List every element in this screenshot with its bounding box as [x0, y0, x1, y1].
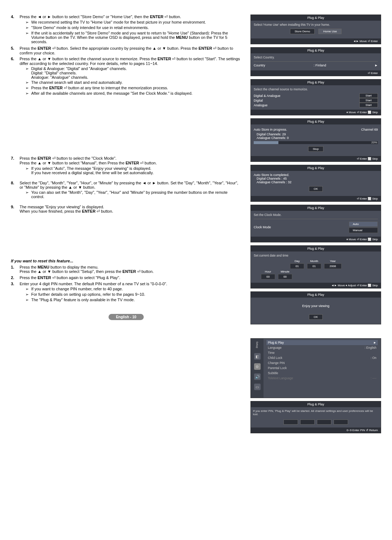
- osd-screen-pin: Plug & Play If you enter PIN, 'Plug & Pl…: [250, 401, 381, 433]
- setup-item-parental-lock[interactable]: Parental Lock: [266, 365, 378, 371]
- step-5: 5. Press the ENTER ⏎ button. Select the …: [11, 46, 241, 55]
- bullet: The "Plug & Play" feature is only availa…: [31, 298, 135, 302]
- minute-field[interactable]: 00: [278, 274, 292, 279]
- setup-item-subtitle[interactable]: Subtitle: [266, 371, 378, 376]
- bullet: After all the available channels are sto…: [31, 91, 192, 96]
- enjoy-message: Enjoy your viewing: [254, 300, 378, 312]
- setup-item-language[interactable]: Language: English: [266, 345, 378, 350]
- bullet: If you select "Auto", The message "Enjoy…: [31, 166, 154, 175]
- osd-screen-channel-source: Plug & Play Select the channel source to…: [250, 79, 381, 115]
- reset-step-1: 1. Press the MENU button to display the …: [11, 265, 241, 274]
- input-icon[interactable]: ▭: [254, 384, 261, 390]
- clock-manual-option[interactable]: Manual: [349, 228, 378, 233]
- clock-auto-option[interactable]: Auto: [349, 221, 378, 227]
- setup-item-plug-play[interactable]: Plug & Play►: [266, 340, 378, 345]
- bullet: "Store Demo" mode is only intended for u…: [31, 25, 149, 30]
- country-value[interactable]: Finland: [315, 64, 326, 67]
- osd-footer: ◄► Move ⏎ Enter: [251, 38, 381, 44]
- setup-item-child-lock[interactable]: Child Lock: On: [266, 355, 378, 360]
- bullet: If the unit is accidentally set to "Stor…: [31, 31, 241, 44]
- pin-digit-3[interactable]: [317, 420, 331, 425]
- text: button.: [169, 15, 181, 19]
- osd-screen-enjoy: Plug & Play Enjoy your viewing OK: [250, 291, 381, 324]
- home-use-button[interactable]: Home Use: [318, 29, 342, 34]
- osd-screen-auto-store-progress: Plug & Play Auto Store in progress.Chann…: [250, 118, 381, 162]
- setup-item-teletext: Teletext Language: ----: [266, 376, 378, 381]
- year-field[interactable]: 2008: [324, 263, 342, 269]
- osd-screen-country: Plug & Play Select Country. Country : Fi…: [250, 47, 381, 76]
- stop-button[interactable]: Stop: [308, 146, 323, 152]
- store-demo-button[interactable]: Store Demo: [290, 29, 315, 34]
- month-field[interactable]: 01: [307, 263, 321, 269]
- reset-step-2: 2. Press the ENTER ⏎ button again to sel…: [11, 275, 241, 280]
- channel-indicator: Channel 69: [361, 128, 378, 131]
- osd-screen-setup-menu: Setup ◧ ⚙ 🔊 ▭ Plug & Play► Language: Eng…: [250, 338, 381, 398]
- bullet: You can also set the "Month", "Day", "Ye…: [31, 190, 241, 199]
- setup-icon[interactable]: ⚙: [254, 363, 261, 370]
- bullet: For further details on setting up option…: [31, 292, 145, 297]
- start-button[interactable]: Start: [359, 93, 378, 98]
- step-8: 8. Select the "Day", "Month", "Year", "H…: [11, 181, 241, 200]
- page-number: English - 10: [109, 314, 143, 320]
- setup-item-change-pin[interactable]: Change PIN: [266, 360, 378, 365]
- progress-bar: 20%: [254, 141, 378, 144]
- pin-digit-1[interactable]: [283, 420, 298, 425]
- osd-screen-clock-mode: Plug & Play Set the Clock Mode. Clock Mo…: [250, 205, 381, 242]
- ok-button[interactable]: OK: [309, 186, 323, 192]
- start-button[interactable]: Start: [359, 103, 378, 107]
- setup-item-time[interactable]: Time: [266, 350, 378, 355]
- arrow-right-icon[interactable]: ►: [375, 64, 378, 67]
- step-6: 6. Press the ▲ or ▼ button to select the…: [11, 57, 241, 97]
- bullet: If you want to change PIN number, refer …: [31, 287, 123, 291]
- bullet: We recommend setting the TV to "Home Use…: [31, 20, 206, 25]
- pin-digit-4[interactable]: [334, 420, 348, 425]
- page-footer: English - 10: [11, 314, 241, 320]
- day-field[interactable]: 01: [290, 263, 304, 269]
- step-7: 7. Press the ENTER ⏎ button to select th…: [11, 156, 241, 176]
- reset-heading: If you want to reset this feature...: [11, 259, 241, 263]
- ok-button[interactable]: OK: [309, 314, 323, 320]
- osd-screen-auto-store-complete: Plug & Play Auto Store is completed. Dig…: [250, 165, 381, 202]
- reset-step-3: 3. Enter your 4 digit PIN number. The de…: [11, 282, 241, 303]
- bullet: Digital & Analogue: "Digital" and "Analo…: [31, 66, 127, 79]
- bullet: Press the ENTER ⏎ button at any time to …: [31, 86, 168, 90]
- country-label: Country: [254, 64, 265, 67]
- osd-screen-home-use: Plug & Play Select 'Home Use' when insta…: [250, 15, 381, 44]
- bullet: The channel search will start and end au…: [31, 80, 123, 85]
- step-4: 4. Press the ◄ or ► button to select "St…: [11, 15, 241, 45]
- osd-title: Plug & Play: [251, 15, 381, 21]
- start-button[interactable]: Start: [359, 98, 378, 103]
- picture-icon[interactable]: ◧: [254, 353, 261, 360]
- enter-icon: ⏎: [164, 15, 168, 19]
- step-number: 4.: [11, 15, 20, 45]
- sound-icon[interactable]: 🔊: [254, 373, 261, 380]
- step-9: 9. The message "Enjoy your viewing" is d…: [11, 205, 241, 214]
- bold: ENTER: [150, 15, 163, 19]
- pin-digit-2[interactable]: [300, 420, 315, 425]
- hour-field[interactable]: 00: [261, 274, 275, 279]
- text: Press the ◄ or ► button to select "Store…: [20, 15, 150, 19]
- clock-mode-label: Clock Mode: [254, 225, 271, 229]
- osd-screen-date-time: Plug & Play Set current date and time Da…: [250, 245, 381, 289]
